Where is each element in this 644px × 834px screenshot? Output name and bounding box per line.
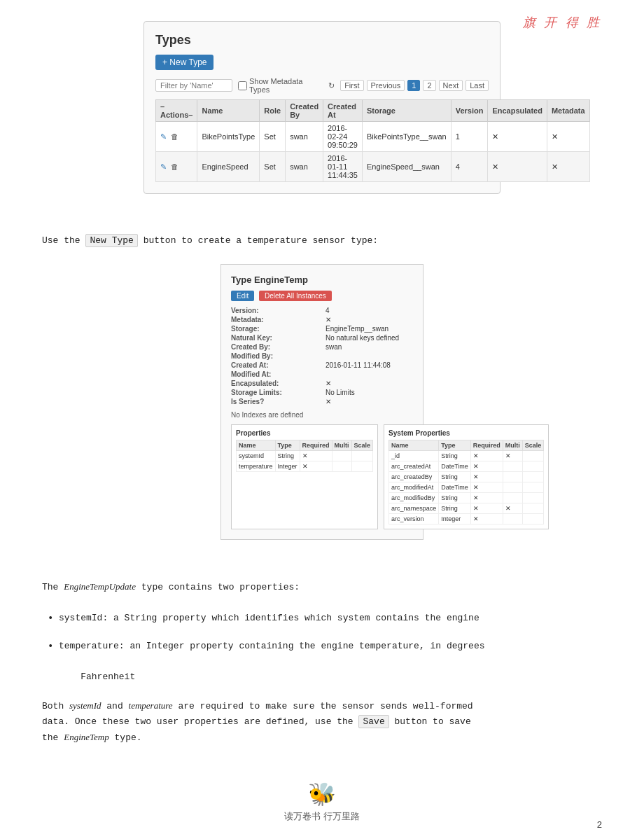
col-role: Role — [260, 100, 286, 122]
prop-required: ✕ — [300, 451, 332, 461]
page-2-btn[interactable]: 2 — [423, 80, 435, 91]
sysprop-required: ✕ — [470, 461, 503, 472]
row-metadata: ✕ — [547, 122, 589, 152]
pagination: First Previous 1 2 Next Last — [340, 80, 489, 91]
sysprop-name: arc_createdBy — [389, 472, 439, 482]
table-row: systemId String ✕ — [237, 451, 373, 461]
edit-icon[interactable]: ✎ — [160, 162, 167, 171]
footer: 🐝 读万卷书 行万里路 — [42, 774, 602, 823]
sysprop-col-type: Type — [439, 440, 471, 451]
sysprop-type: String — [439, 493, 471, 503]
col-encapsulated: Encapsulated — [488, 100, 547, 122]
properties-panel: Properties Name Type Required Multi Scal… — [231, 424, 378, 529]
prop-multi — [332, 461, 351, 472]
system-properties-panel: System Properties Name Type Required Mul… — [384, 424, 549, 529]
row-encapsulated: ✕ — [488, 152, 547, 182]
row-storage: BikePointsType__swan — [362, 122, 451, 152]
last-page-btn[interactable]: Last — [465, 80, 489, 91]
bullet-item-2: temperature: an Integer property contain… — [42, 639, 602, 685]
edit-icon[interactable]: ✎ — [160, 132, 167, 141]
filter-input[interactable] — [155, 79, 232, 92]
delete-icon[interactable]: 🗑 — [171, 162, 178, 171]
sysprop-multi — [503, 461, 522, 472]
show-metadata-label: Show Metadata Types — [238, 77, 323, 94]
table-row: ✎ 🗑 EngineSpeed Set swan 2016-01-11 11:4… — [156, 152, 590, 182]
prop-name: temperature — [237, 461, 276, 472]
col-name: Name — [197, 100, 260, 122]
edit-button[interactable]: Edit — [231, 291, 254, 301]
next-page-btn[interactable]: Next — [439, 80, 463, 91]
para1: Use the New Type button to create a temp… — [42, 233, 602, 249]
sysprop-type: String — [439, 451, 471, 461]
sysprop-multi: ✕ — [503, 451, 522, 461]
show-metadata-checkbox[interactable] — [238, 81, 247, 90]
sysprop-scale — [522, 451, 544, 461]
prev-page-btn[interactable]: Previous — [367, 80, 405, 91]
no-indexes: No Indexes are defined — [231, 411, 413, 419]
sysprop-required: ✕ — [470, 472, 503, 482]
table-row: arc_modifiedAt DateTime ✕ — [389, 482, 544, 493]
meta-grid: Version: 4 Metadata: ✕ Storage: EngineTe… — [231, 307, 413, 405]
col-actions: –Actions– — [156, 100, 197, 122]
row-name[interactable]: BikePointsType — [197, 122, 260, 152]
delete-all-instances-button[interactable]: Delete All Instances — [259, 291, 332, 301]
table-row: temperature Integer ✕ — [237, 461, 373, 472]
temperature-italic: temperature — [129, 700, 173, 711]
table-row: arc_modifiedBy String ✕ — [389, 493, 544, 503]
sysprop-type: Integer — [439, 514, 471, 524]
types-title: Types — [155, 33, 489, 48]
sysprop-scale — [522, 472, 544, 482]
row-encapsulated: ✕ — [488, 122, 547, 152]
row-actions: ✎ 🗑 — [156, 122, 197, 152]
row-name[interactable]: EngineSpeed — [197, 152, 260, 182]
table-row: arc_createdBy String ✕ — [389, 472, 544, 482]
row-storage: EngineSpeed__swan — [362, 152, 451, 182]
row-created-at: 2016-02-24 09:50:29 — [323, 122, 363, 152]
sysprop-type: String — [439, 472, 471, 482]
delete-icon[interactable]: 🗑 — [171, 132, 178, 141]
prop-col-name: Name — [237, 440, 276, 451]
row-version: 4 — [451, 152, 488, 182]
row-actions: ✎ 🗑 — [156, 152, 197, 182]
engine-temp-italic: EngineTemp — [64, 732, 109, 742]
sysprop-multi — [503, 482, 522, 493]
sysprop-multi — [503, 493, 522, 503]
page-number: 2 — [597, 819, 602, 830]
system-properties-table: Name Type Required Multi Scale _id Strin… — [388, 440, 544, 524]
types-table: –Actions– Name Role Created By Created A… — [155, 99, 590, 182]
row-created-at: 2016-01-11 11:44:35 — [323, 152, 363, 182]
sysprop-name: arc_createdAt — [389, 461, 439, 472]
para2: The EngineTempUpdate type contains two p… — [42, 579, 602, 595]
bullet-item-1: systemId: a String property which identi… — [42, 611, 602, 626]
properties-table: Name Type Required Multi Scale systemId … — [236, 440, 373, 472]
prop-required: ✕ — [300, 461, 332, 472]
col-version: Version — [451, 100, 488, 122]
new-type-button[interactable]: + New Type — [155, 55, 214, 70]
page-1-btn[interactable]: 1 — [407, 80, 420, 91]
row-role: Set — [260, 152, 286, 182]
sysprop-type: DateTime — [439, 482, 471, 493]
prop-col-required: Required — [300, 440, 332, 451]
prop-type: String — [275, 451, 300, 461]
prop-col-type: Type — [275, 440, 300, 451]
sysprop-type: DateTime — [439, 461, 471, 472]
prop-scale — [351, 461, 373, 472]
properties-title: Properties — [236, 429, 373, 437]
sysprop-multi — [503, 514, 522, 524]
sysprop-scale — [522, 482, 544, 493]
row-role: Set — [260, 122, 286, 152]
sysprop-required: ✕ — [470, 493, 503, 503]
type-detail-screenshot: Type EngineTemp Edit Delete All Instance… — [220, 264, 424, 540]
sysprop-name: arc_namespace — [389, 503, 439, 514]
bee-icon: 🐝 — [42, 781, 602, 807]
row-version: 1 — [451, 122, 488, 152]
row-metadata: ✕ — [547, 152, 589, 182]
footer-text: 读万卷书 行万里路 — [42, 810, 602, 823]
types-screenshot: Types + New Type Show Metadata Types ↻ F… — [144, 21, 500, 194]
row-created-by: swan — [286, 122, 323, 152]
refresh-icon[interactable]: ↻ — [328, 81, 335, 90]
system-id-italic: systemId — [69, 700, 102, 711]
table-row: _id String ✕ ✕ — [389, 451, 544, 461]
first-page-btn[interactable]: First — [340, 80, 363, 91]
col-created-at: Created At — [323, 100, 363, 122]
